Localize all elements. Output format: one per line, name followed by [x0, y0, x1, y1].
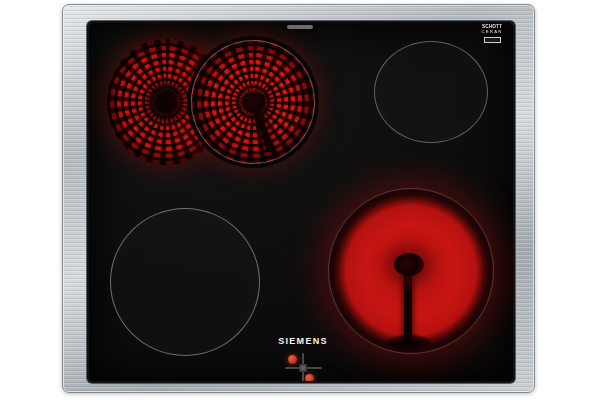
glass-surface: SCHOTT CERAN SIEMENS: [89, 23, 513, 381]
product-photo: SCHOTT CERAN SIEMENS: [0, 0, 600, 400]
glass-cert-mark: [484, 37, 501, 43]
glass-brand-logo: SCHOTT CERAN: [477, 25, 507, 43]
zone-rear-right: [374, 41, 488, 143]
cooktop-frame: SCHOTT CERAN SIEMENS: [62, 4, 535, 393]
indicator-dot-right: [305, 374, 314, 381]
control-center-key: [299, 364, 307, 372]
control-cross-vertical: [302, 353, 304, 381]
glass-brand-line2: CERAN: [481, 30, 503, 34]
zone-front-left: [110, 208, 260, 356]
zone-rear-left-main: [191, 40, 315, 164]
model-number-text: [287, 25, 313, 29]
sensor-stem-icon: [404, 269, 412, 347]
sensor-hub-icon: [242, 92, 266, 113]
control-cross-horizontal: [285, 367, 322, 369]
indicator-dot-left: [288, 355, 297, 364]
sensor-hub-icon: [394, 253, 424, 276]
zone-front-right: [329, 189, 493, 353]
siemens-wordmark: SIEMENS: [243, 336, 363, 346]
